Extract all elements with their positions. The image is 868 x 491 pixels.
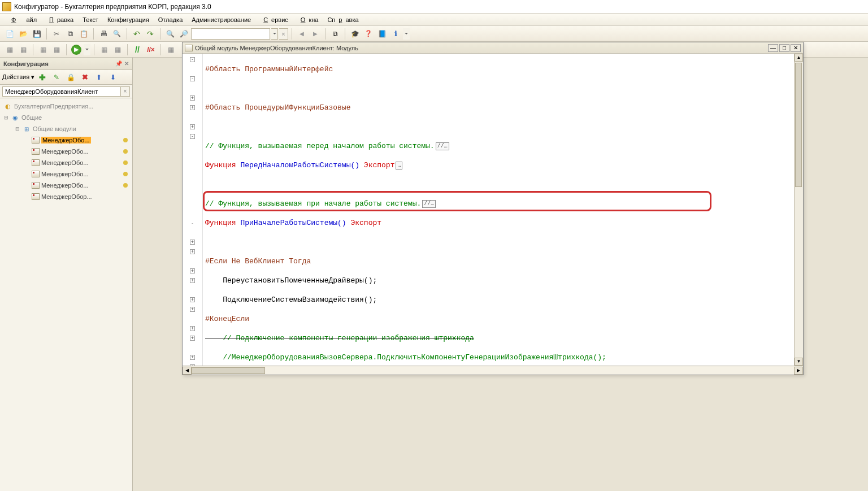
- help-button[interactable]: [362, 28, 375, 40]
- tree-module-item[interactable]: МенеджерОбо...: [1, 157, 131, 168]
- search-clear-button[interactable]: ×: [279, 28, 288, 40]
- lock-button[interactable]: 🔒: [64, 71, 77, 84]
- fold-toggle[interactable]: +: [190, 297, 195, 302]
- comment-button[interactable]: //: [131, 44, 144, 56]
- scroll-left-button[interactable]: ◀: [183, 367, 192, 375]
- fold-toggle[interactable]: +: [190, 355, 195, 360]
- run-button[interactable]: [70, 44, 83, 56]
- run-dropdown[interactable]: [84, 44, 90, 55]
- scroll-down-button[interactable]: ▼: [795, 358, 803, 366]
- menu-file[interactable]: Файл: [5, 15, 40, 24]
- fold-toggle[interactable]: +: [190, 124, 195, 129]
- horizontal-scrollbar[interactable]: ◀ ▶: [183, 366, 803, 375]
- nav-forward-button[interactable]: [309, 28, 322, 40]
- copy-button[interactable]: [64, 28, 76, 40]
- fold-toggle[interactable]: +: [190, 268, 195, 273]
- wizard-button[interactable]: [349, 28, 361, 40]
- config-search-clear[interactable]: ×: [121, 86, 130, 97]
- delete-button[interactable]: ✖: [79, 71, 91, 84]
- tree-module-item[interactable]: МенеджерОбор...: [1, 191, 131, 202]
- nav-back-button[interactable]: [296, 28, 308, 40]
- print-button[interactable]: [97, 28, 110, 40]
- tb2-btn2[interactable]: [17, 44, 29, 56]
- windows-button[interactable]: [329, 28, 341, 40]
- menu-edit[interactable]: Правка: [42, 15, 77, 24]
- fold-toggle[interactable]: +: [190, 307, 195, 312]
- config-pin-icon[interactable]: 📌: [115, 60, 122, 67]
- fold-toggle[interactable]: +: [190, 249, 195, 254]
- fold-toggle[interactable]: +: [190, 95, 195, 101]
- menu-admin[interactable]: Администрирование: [188, 15, 254, 24]
- syntax-helper-button[interactable]: [376, 28, 388, 40]
- uncomment-button[interactable]: //×: [145, 44, 157, 56]
- zoom-button[interactable]: [177, 28, 190, 40]
- code-window-titlebar[interactable]: Общий модуль МенеджерОборудованияКлиент:…: [183, 42, 803, 54]
- config-tree[interactable]: ◐ БухгалтерияПредприятия... ⊟ Общие ⊟ Об…: [0, 98, 132, 491]
- expand-icon[interactable]: ⊟: [15, 126, 20, 132]
- fold-toggle[interactable]: +: [190, 105, 195, 110]
- cut-button[interactable]: [50, 28, 63, 40]
- scroll-up-button[interactable]: ▲: [795, 54, 803, 62]
- tree-module-item[interactable]: МенеджерОбо...: [1, 134, 131, 146]
- menu-config[interactable]: Конфигурация: [104, 15, 153, 24]
- fold-toggle[interactable]: +: [190, 336, 195, 341]
- menu-debug[interactable]: Отладка: [155, 15, 186, 24]
- new-button[interactable]: [3, 28, 16, 40]
- search-input[interactable]: [191, 28, 270, 40]
- tb2-btn6[interactable]: [111, 44, 124, 56]
- search-dropdown[interactable]: [271, 28, 278, 40]
- config-search-input[interactable]: [2, 86, 121, 97]
- tb2-btn1[interactable]: [3, 44, 16, 56]
- config-close-icon[interactable]: ✕: [124, 60, 129, 67]
- tree-module-item[interactable]: МенеджерОбо...: [1, 168, 131, 180]
- add-button[interactable]: ✚: [36, 71, 49, 84]
- save-button[interactable]: [31, 28, 43, 40]
- undo-button[interactable]: [131, 28, 143, 40]
- menu-service[interactable]: Сервис: [257, 15, 292, 24]
- vertical-scrollbar[interactable]: ▲ ▼: [794, 54, 803, 366]
- scroll-track[interactable]: [192, 367, 794, 375]
- menu-text[interactable]: Текст: [79, 15, 102, 24]
- tb2-btn7[interactable]: [164, 44, 177, 56]
- fold-toggle[interactable]: -: [190, 134, 195, 139]
- fold-toggle[interactable]: +: [190, 240, 195, 245]
- info-button[interactable]: [389, 28, 402, 40]
- menu-help[interactable]: Справка: [324, 15, 362, 24]
- close-button[interactable]: ✕: [791, 44, 801, 52]
- maximize-button[interactable]: □: [779, 44, 789, 52]
- tb2-btn3[interactable]: [37, 44, 49, 56]
- tree-root[interactable]: ◐ БухгалтерияПредприятия...: [1, 101, 131, 112]
- code-gutter[interactable]: - - + + + - - + + + + + +: [183, 54, 203, 366]
- fold-indicator[interactable]: …: [396, 162, 402, 170]
- move-up-button[interactable]: ⬆: [93, 71, 105, 84]
- fold-toggle[interactable]: +: [190, 278, 195, 283]
- tree-modules[interactable]: ⊟ Общие модули: [1, 123, 131, 134]
- open-button[interactable]: [17, 28, 29, 40]
- tb2-btn4[interactable]: [50, 44, 63, 56]
- fold-indicator[interactable]: //…: [422, 200, 436, 208]
- fold-toggle[interactable]: +: [190, 326, 195, 331]
- scroll-thumb[interactable]: [192, 367, 265, 374]
- info-dropdown[interactable]: [403, 28, 410, 40]
- menu-windows[interactable]: Окна: [294, 15, 322, 24]
- preview-button[interactable]: [111, 28, 123, 40]
- tb2-btn5[interactable]: [98, 44, 110, 56]
- paste-button[interactable]: [77, 28, 90, 40]
- fold-toggle[interactable]: -: [190, 57, 195, 62]
- fold-toggle[interactable]: -: [190, 76, 195, 81]
- edit-button[interactable]: ✎: [50, 71, 63, 84]
- code-text-area[interactable]: #Область ПрограммныйИнтерфейс #Область П…: [203, 54, 803, 366]
- scroll-thumb[interactable]: [795, 63, 802, 187]
- move-down-button[interactable]: ⬇: [107, 71, 119, 84]
- fold-indicator[interactable]: //…: [436, 142, 449, 150]
- fold-toggle[interactable]: +: [190, 364, 195, 366]
- find-button[interactable]: [164, 28, 176, 40]
- minimize-button[interactable]: —: [768, 44, 778, 52]
- expand-icon[interactable]: ⊟: [3, 115, 9, 120]
- scroll-right-button[interactable]: ▶: [794, 367, 803, 375]
- tree-common[interactable]: ⊟ Общие: [1, 112, 131, 123]
- redo-button[interactable]: [144, 28, 157, 40]
- tree-module-item[interactable]: МенеджерОбо...: [1, 146, 131, 157]
- actions-menu[interactable]: Действия ▾: [2, 73, 34, 81]
- tree-module-item[interactable]: МенеджерОбо...: [1, 180, 131, 191]
